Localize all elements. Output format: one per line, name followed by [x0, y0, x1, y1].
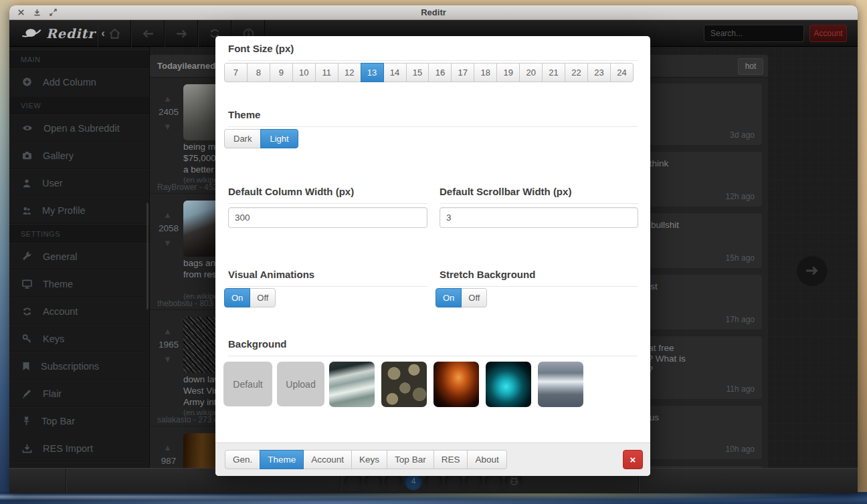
back-icon — [142, 29, 155, 39]
sidebar-section-view: VIEW — [9, 96, 149, 114]
tab-res[interactable]: RES — [434, 450, 468, 469]
profile-icon — [22, 206, 31, 215]
font-size-option[interactable]: 14 — [383, 63, 407, 82]
download-icon — [22, 444, 32, 453]
tab-top-bar[interactable]: Top Bar — [387, 450, 434, 469]
post-score: 2405 — [154, 107, 183, 117]
sidebar-item-label: Keys — [43, 334, 64, 344]
stretch-background-on[interactable]: On — [436, 288, 462, 307]
background-thumb-storm-waves[interactable] — [329, 362, 375, 407]
background-heading: Background — [228, 338, 638, 356]
user-icon — [22, 178, 31, 188]
background-default-button[interactable]: Default — [223, 362, 272, 406]
font-size-option[interactable]: 10 — [292, 63, 316, 82]
font-size-option[interactable]: 15 — [406, 63, 429, 82]
sidebar-item-general[interactable]: General — [9, 243, 149, 270]
sidebar-item-label: User — [42, 178, 63, 188]
sidebar-item-res-import[interactable]: RES Import — [9, 434, 149, 462]
tab-general[interactable]: Gen. — [225, 450, 260, 469]
font-size-option[interactable]: 23 — [587, 63, 611, 82]
tab-keys[interactable]: Keys — [351, 450, 387, 469]
theme-dark-button[interactable]: Dark — [224, 129, 261, 148]
font-size-option[interactable]: 11 — [315, 63, 339, 82]
font-size-option[interactable]: 9 — [270, 63, 293, 82]
saturn-logo-icon — [21, 27, 41, 40]
sidebar-section-main: MAIN — [9, 49, 149, 68]
window-titlebar[interactable]: Reditr — [9, 5, 858, 20]
sidebar-item-keys[interactable]: Keys — [9, 325, 149, 352]
sidebar-item-label: Theme — [43, 279, 73, 289]
sidebar-scrollbar[interactable] — [147, 203, 149, 309]
sidebar-item-add-column[interactable]: Add Column — [9, 68, 149, 96]
forward-icon — [175, 29, 188, 39]
font-size-option[interactable]: 22 — [565, 63, 588, 82]
font-size-option-selected[interactable]: 13 — [361, 63, 384, 82]
sidebar-item-my-profile[interactable]: My Profile — [9, 197, 149, 224]
background-thumb-cloudy-sea[interactable] — [538, 362, 583, 407]
post-time: 11h ago — [727, 384, 755, 394]
sidebar-item-label: RES Import — [43, 443, 93, 454]
back-button[interactable] — [131, 20, 165, 47]
background-thumb-teal-smoke[interactable] — [486, 362, 531, 407]
font-size-option[interactable]: 7 — [224, 63, 248, 82]
account-button[interactable]: Account — [809, 25, 847, 42]
upvote-icon[interactable]: ▲ — [163, 94, 172, 104]
visual-animations-heading: Visual Animations — [228, 269, 427, 287]
search-box — [704, 25, 804, 42]
sidebar-item-subscriptions[interactable]: Subscriptions — [9, 352, 149, 380]
background-thumb-cracked-earth[interactable] — [381, 362, 427, 407]
upvote-icon[interactable]: ▲ — [163, 210, 172, 220]
stretch-background-off[interactable]: Off — [461, 288, 487, 307]
sidebar-item-account[interactable]: Account — [9, 297, 149, 325]
post-time: 3d ago — [730, 130, 755, 140]
tab-account[interactable]: Account — [303, 450, 352, 469]
next-column-button[interactable] — [797, 255, 828, 286]
forward-button[interactable] — [165, 20, 198, 47]
sidebar-item-theme[interactable]: Theme — [9, 270, 149, 297]
sidebar-item-label: Top Bar — [41, 416, 75, 426]
sidebar-item-open-subreddit[interactable]: Open a Subreddit — [9, 114, 149, 142]
brand-logo[interactable]: Reditr ‹ — [21, 23, 105, 43]
visual-animations-off[interactable]: Off — [250, 288, 276, 307]
font-size-option[interactable]: 17 — [451, 63, 474, 82]
font-size-option[interactable]: 8 — [247, 63, 270, 82]
sidebar-item-gallery[interactable]: Gallery — [9, 142, 149, 169]
sidebar-item-top-bar[interactable]: Top Bar — [9, 407, 149, 434]
sidebar-item-label: Subscriptions — [41, 361, 99, 372]
sidebar-item-label: Add Column — [43, 77, 96, 88]
theme-light-button[interactable]: Light — [260, 129, 298, 148]
tab-theme-active[interactable]: Theme — [260, 450, 304, 469]
downvote-icon[interactable]: ▼ — [163, 122, 172, 132]
sort-hot-button[interactable]: hot — [738, 58, 763, 75]
upvote-icon[interactable]: ▲ — [163, 443, 172, 453]
sidebar-item-user[interactable]: User — [9, 169, 149, 197]
background-thumb-fire-smoke[interactable] — [434, 362, 479, 407]
downvote-icon[interactable]: ▼ — [163, 354, 172, 364]
search-input[interactable] — [704, 29, 818, 38]
plus-circle-icon — [22, 77, 32, 87]
font-size-option[interactable]: 24 — [610, 63, 634, 82]
font-size-option[interactable]: 16 — [428, 63, 452, 82]
visual-animations-on[interactable]: On — [224, 288, 250, 307]
font-size-option[interactable]: 19 — [496, 63, 520, 82]
upvote-icon[interactable]: ▲ — [163, 326, 172, 336]
column-width-input[interactable] — [228, 207, 427, 228]
modal-close-button[interactable]: × — [623, 450, 643, 469]
sidebar-item-flair[interactable]: Flair — [9, 380, 149, 407]
brand-name: Reditr — [46, 26, 95, 41]
font-size-option[interactable]: 20 — [519, 63, 543, 82]
home-button[interactable] — [98, 20, 131, 47]
settings-tabs: Gen. Theme Account Keys Top Bar RES Abou… — [225, 450, 507, 469]
column-width-heading: Default Column Width (px) — [228, 186, 427, 204]
font-size-option[interactable]: 18 — [474, 63, 497, 82]
window-title: Reditr — [9, 7, 858, 17]
reditr-window: Reditr Reditr ‹ — [9, 5, 858, 493]
tab-about[interactable]: About — [467, 450, 506, 469]
font-size-option[interactable]: 21 — [542, 63, 565, 82]
sidebar-item-label: My Profile — [42, 205, 85, 216]
font-size-option[interactable]: 12 — [338, 63, 361, 82]
downvote-icon[interactable]: ▼ — [163, 238, 172, 248]
background-upload-button[interactable]: Upload — [277, 362, 324, 406]
pencil-icon — [22, 388, 32, 398]
scrollbar-width-input[interactable] — [440, 207, 638, 228]
